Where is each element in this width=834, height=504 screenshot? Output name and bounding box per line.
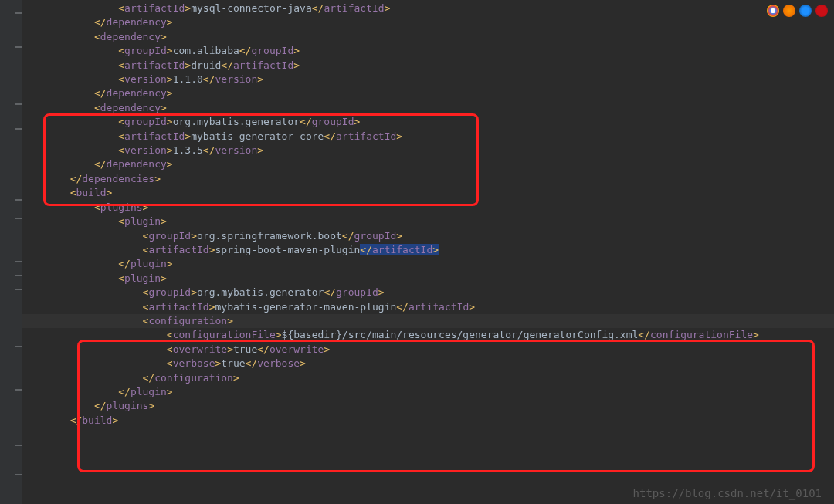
code-line[interactable]: </plugin>: [22, 257, 834, 271]
fold-marker-icon[interactable]: [15, 128, 22, 130]
code-line[interactable]: <artifactId>spring-boot-maven-plugin</ar…: [22, 243, 834, 257]
fold-marker-icon[interactable]: [15, 103, 22, 105]
fold-marker-icon[interactable]: [15, 445, 22, 446]
code-line[interactable]: <plugin>: [22, 215, 834, 228]
code-line[interactable]: <configurationFile>${basedir}/src/main/r…: [22, 328, 834, 342]
code-line[interactable]: <overwrite>true</overwrite>: [22, 343, 834, 357]
code-line[interactable]: <artifactId>mybatis-generator-maven-plug…: [22, 300, 834, 314]
browser-toolbar: [767, 5, 828, 17]
code-line[interactable]: <verbose>true</verbose>: [22, 357, 834, 370]
code-line[interactable]: </configuration>: [22, 371, 834, 385]
fold-marker-icon[interactable]: [15, 289, 22, 290]
opera-icon[interactable]: [815, 5, 828, 17]
chrome-icon[interactable]: [767, 5, 779, 17]
code-editor[interactable]: <artifactId>mysql-connector-java</artifa…: [22, 0, 834, 504]
code-line[interactable]: <build>: [22, 186, 834, 200]
code-line[interactable]: <configuration>: [22, 314, 834, 328]
code-line[interactable]: <groupId>org.springframework.boot</group…: [22, 229, 834, 243]
code-line[interactable]: <dependency>: [22, 101, 834, 115]
code-line[interactable]: <groupId>org.mybatis.generator</groupId>: [22, 115, 834, 129]
fold-marker-icon[interactable]: [15, 218, 22, 219]
fold-marker-icon[interactable]: [15, 199, 22, 201]
code-line[interactable]: <version>1.1.0</version>: [22, 73, 834, 86]
code-line[interactable]: </build>: [22, 414, 834, 428]
fold-marker-icon[interactable]: [15, 346, 22, 347]
code-line[interactable]: <groupId>org.mybatis.generator</groupId>: [22, 286, 834, 299]
fold-marker-icon[interactable]: [15, 275, 22, 276]
safari-icon[interactable]: [799, 5, 812, 17]
code-line[interactable]: </dependency>: [22, 86, 834, 100]
code-line[interactable]: <artifactId>mybatis-generator-core</arti…: [22, 130, 834, 144]
code-line[interactable]: </dependency>: [22, 157, 834, 171]
code-line[interactable]: <artifactId>druid</artifactId>: [22, 59, 834, 73]
code-line[interactable]: </dependency>: [22, 15, 834, 29]
fold-marker-icon[interactable]: [15, 46, 22, 48]
code-line[interactable]: <groupId>com.alibaba</groupId>: [22, 44, 834, 58]
fold-marker-icon[interactable]: [15, 389, 22, 391]
fold-marker-icon[interactable]: [15, 261, 22, 262]
code-line[interactable]: <dependency>: [22, 30, 834, 44]
code-line[interactable]: </dependencies>: [22, 172, 834, 186]
firefox-icon[interactable]: [783, 5, 795, 17]
code-line[interactable]: <version>1.3.5</version>: [22, 144, 834, 157]
code-line[interactable]: </plugin>: [22, 385, 834, 399]
code-line[interactable]: <plugins>: [22, 201, 834, 215]
fold-marker-icon[interactable]: [15, 474, 22, 475]
code-line[interactable]: </plugins>: [22, 399, 834, 413]
editor-gutter: [0, 0, 22, 504]
watermark: https://blog.csdn.net/it_0101: [633, 487, 822, 499]
code-line[interactable]: <artifactId>mysql-connector-java</artifa…: [22, 2, 834, 15]
fold-marker-icon[interactable]: [15, 12, 22, 14]
code-line[interactable]: <plugin>: [22, 272, 834, 286]
